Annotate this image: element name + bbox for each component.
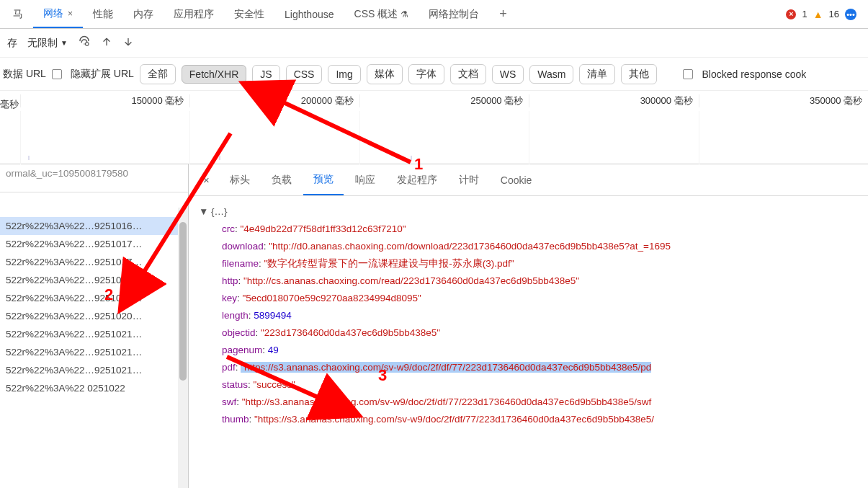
json-field[interactable]: download: "http://d0.ananas.chaoxing.com… [199,238,858,255]
close-detail-icon[interactable]: × [194,174,218,186]
json-field[interactable]: filename: "数字化转型背景下的一流课程建设与申报-苏永康(3).pdf… [199,255,858,272]
hide-ext-checkbox[interactable] [52,69,62,79]
request-row[interactable]: 522r%22%3A%22…9251018… [0,271,188,289]
help-icon[interactable]: ••• [845,9,856,20]
detail-pane: × 标头 负载 预览 响应 发起程序 计时 Cookie ▼ {…} crc: … [189,164,868,488]
filter-doc[interactable]: 文档 [450,64,486,84]
filter-css[interactable]: CSS [286,65,323,84]
tab-css-overview[interactable]: CSS 概述⚗ [344,0,419,28]
json-field[interactable]: status: "success" [199,376,858,394]
error-count: 1 [802,9,807,19]
devtools-tabs-bar: 马 网络× 性能 内存 应用程序 安全性 Lighthouse CSS 概述⚗ … [0,0,868,29]
json-field[interactable]: objectid: "223d1736460d0da437ec6d9b5bb43… [199,324,858,342]
hide-ext-label: 隐藏扩展 URL [71,68,134,81]
json-field[interactable]: pagenum: 49 [199,342,858,359]
detail-tabs: × 标头 负载 预览 响应 发起程序 计时 Cookie [189,164,868,196]
json-field[interactable]: pdf: "https://s3.ananas.chaoxing.com/sv-… [199,359,858,376]
tab-performance[interactable]: 性能 [83,0,123,28]
tab-timing[interactable]: 计时 [449,164,489,195]
blocked-label: Blocked response cook [702,68,806,80]
json-field[interactable]: thumb: "https://s3.ananas.chaoxing.com/s… [199,411,858,428]
json-field[interactable]: key: "5ecd018070e59c9270aa8234994d8095" [199,290,858,307]
tab-preview[interactable]: 预览 [303,164,344,195]
filter-ws[interactable]: WS [492,65,524,84]
annotation-1: 1 [414,155,423,174]
network-toolbar: 存 无限制 ▼ [0,29,868,58]
tab-payload[interactable]: 负载 [261,164,302,195]
time-tick: 350000 毫秒 [699,94,868,107]
throttling-select[interactable]: 无限制 ▼ [27,37,68,50]
filter-all[interactable]: 全部 [140,64,176,84]
preview-body[interactable]: ▼ {…} crc: "4e49db22d77f58df1ff33d12c63f… [189,196,868,488]
request-row[interactable]: 522r%22%3A%22…9251017… [0,235,188,253]
network-conditions-icon[interactable] [78,35,91,51]
import-icon[interactable] [101,36,112,50]
json-field[interactable]: crc: "4e49db22d77f58df1ff33d12c63f7210" [199,221,858,238]
toolbar-cut: 存 [7,37,17,50]
time-tick: 200000 毫秒 [189,94,359,107]
request-row[interactable]: 522r%22%3A%22…9251021… [0,325,188,343]
filter-js[interactable]: JS [252,65,279,84]
blocked-checkbox[interactable] [683,69,693,79]
request-row[interactable]: 522r%22%3A%22…9251016… [0,217,188,235]
time-tick: 150000 毫秒 [20,94,189,107]
tab-memory[interactable]: 内存 [123,0,164,28]
json-field[interactable]: swf: "http://s3.ananas.chaoxing.com/sv-w… [199,394,858,411]
export-icon[interactable] [122,36,134,50]
request-list[interactable]: ormal&_uc=1095008179580 522r%22%3A%22…92… [0,164,189,488]
filter-media[interactable]: 媒体 [367,64,403,84]
request-row[interactable]: 522r%22%3A%22…9251020… [0,289,188,307]
warning-count: 16 [829,9,839,19]
close-icon[interactable]: × [68,9,73,19]
tab-response[interactable]: 响应 [345,164,385,195]
timeline-unit: 毫秒 [0,98,19,111]
json-field[interactable]: http: "http://cs.ananas.chaoxing.com/rea… [199,272,858,290]
filter-fetch-xhr[interactable]: Fetch/XHR [182,65,246,84]
tab-headers[interactable]: 标头 [220,164,260,195]
filter-img[interactable]: Img [328,65,360,84]
tab-network[interactable]: 网络× [33,0,83,28]
request-row[interactable]: 522r%22%3A%22…9251021… [0,361,188,379]
chevron-down-icon: ▼ [61,39,68,47]
error-icon[interactable]: × [786,9,796,19]
filter-manifest[interactable]: 清单 [579,64,615,84]
flask-icon: ⚗ [401,9,408,19]
request-row[interactable]: 522r%22%3A%22…9251021… [0,343,188,361]
json-root-toggle[interactable]: ▼ {…} [199,203,858,221]
tab-network-console[interactable]: 网络控制台 [419,0,489,28]
time-tick: 250000 毫秒 [359,94,529,107]
filter-bar: 数据 URL 隐藏扩展 URL 全部 Fetch/XHR JS CSS Img … [0,58,868,91]
leading-cut: 马 [3,0,33,28]
warning-icon[interactable]: ▲ [813,9,823,20]
filter-wasm[interactable]: Wasm [529,65,573,84]
tab-lighthouse[interactable]: Lighthouse [274,0,344,28]
tab-security[interactable]: 安全性 [224,0,274,28]
scrollbar[interactable] [178,208,188,488]
annotation-3: 3 [378,366,387,385]
filter-other[interactable]: 其他 [621,64,657,84]
time-tick: 300000 毫秒 [529,94,698,107]
add-tab-button[interactable]: + [489,6,517,22]
request-row[interactable]: ormal&_uc=1095008179580 [0,164,188,192]
data-url-label: 数据 URL [3,68,46,81]
json-field[interactable]: length: 5899494 [199,307,858,324]
tab-application[interactable]: 应用程序 [164,0,224,28]
timeline[interactable]: 毫秒 150000 毫秒 200000 毫秒 250000 毫秒 300000 … [0,91,868,164]
request-row[interactable]: 522r%22%3A%22…9251017… [0,253,188,271]
request-row[interactable]: 522r%22%3A%22 0251022 [0,379,188,397]
tab-cookies[interactable]: Cookie [491,164,542,195]
annotation-2: 2 [104,285,113,304]
request-row[interactable]: 522r%22%3A%22…9251020… [0,307,188,325]
filter-font[interactable]: 字体 [408,64,444,84]
lower-pane: ormal&_uc=1095008179580 522r%22%3A%22…92… [0,164,868,488]
